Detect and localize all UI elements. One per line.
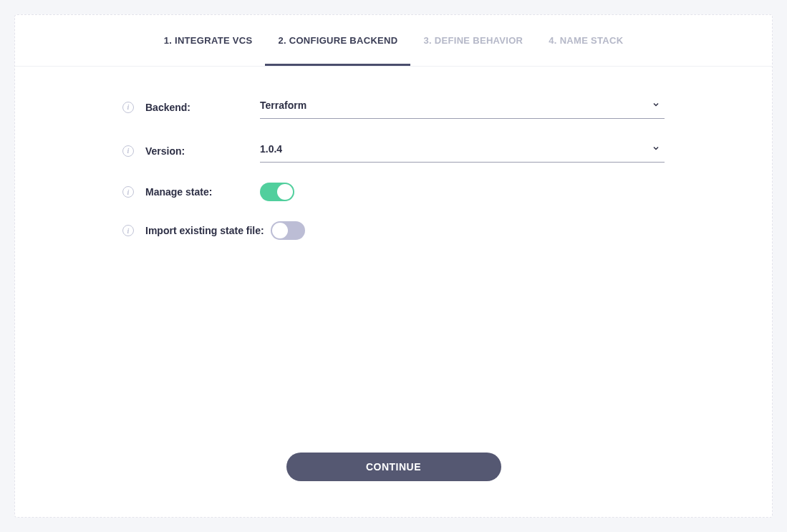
tab-name-stack[interactable]: 4. NAME STACK <box>536 15 636 66</box>
tab-configure-backend[interactable]: 2. CONFIGURE BACKEND <box>265 15 410 66</box>
form-body: i Backend: Terraform i Version: 1.0.4 i … <box>15 67 772 517</box>
continue-button[interactable]: CONTINUE <box>286 453 501 481</box>
tab-define-behavior[interactable]: 3. DEFINE BEHAVIOR <box>410 15 536 66</box>
import-state-toggle[interactable] <box>271 221 305 240</box>
form-footer: CONTINUE <box>122 453 665 503</box>
info-icon[interactable]: i <box>122 186 134 198</box>
version-select[interactable]: 1.0.4 <box>260 139 665 163</box>
toggle-knob <box>272 223 288 238</box>
backend-row: i Backend: Terraform <box>122 95 665 119</box>
version-value: 1.0.4 <box>260 143 282 155</box>
manage-state-toggle[interactable] <box>260 183 294 201</box>
import-state-label: Import existing state file: <box>145 225 271 236</box>
chevron-down-icon <box>652 100 660 111</box>
wizard-card: 1. INTEGRATE VCS 2. CONFIGURE BACKEND 3.… <box>14 14 773 518</box>
tab-integrate-vcs[interactable]: 1. INTEGRATE VCS <box>151 15 266 66</box>
toggle-knob <box>277 184 293 200</box>
version-label: Version: <box>145 145 260 157</box>
backend-select[interactable]: Terraform <box>260 95 665 119</box>
wizard-tabs: 1. INTEGRATE VCS 2. CONFIGURE BACKEND 3.… <box>15 15 772 67</box>
version-row: i Version: 1.0.4 <box>122 139 665 163</box>
info-icon[interactable]: i <box>122 145 134 157</box>
import-state-row: i Import existing state file: <box>122 221 665 240</box>
info-icon[interactable]: i <box>122 225 134 236</box>
manage-state-label: Manage state: <box>145 186 260 198</box>
info-icon[interactable]: i <box>122 102 134 113</box>
manage-state-row: i Manage state: <box>122 183 665 201</box>
backend-value: Terraform <box>260 100 306 111</box>
backend-label: Backend: <box>145 102 260 113</box>
chevron-down-icon <box>652 144 660 155</box>
